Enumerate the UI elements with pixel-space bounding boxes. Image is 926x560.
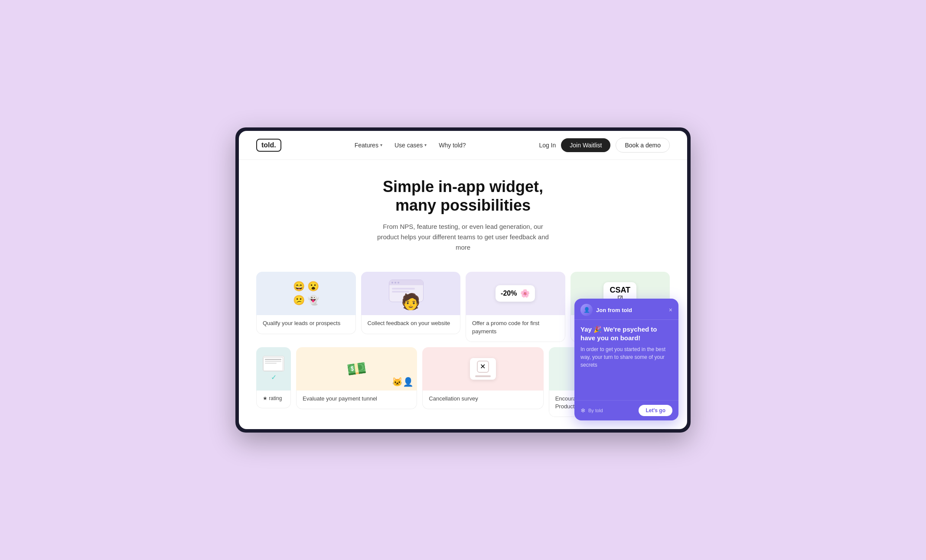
book-demo-button[interactable]: Book a demo	[616, 138, 670, 153]
card-cancellation-survey-label: Cancellation survey	[422, 391, 543, 409]
chevron-down-icon: ▾	[424, 143, 427, 147]
card-collect-feedback-label: Collect feedback on your website	[361, 315, 461, 334]
nav-actions: Log In Join Waitlist Book a demo	[539, 138, 670, 153]
emoji-faces: 😄😮 😕👻	[284, 272, 328, 315]
chat-popup: 👤 Jon from told × Yay 🎉 We're psyched to…	[574, 299, 678, 420]
chat-agent-name: Jon from told	[596, 307, 632, 313]
snowflake-icon: ❄	[580, 407, 586, 414]
chat-body: Yay 🎉 We're psyched to have you on board…	[574, 320, 678, 400]
card-qualify-leads[interactable]: 😄😮 😕👻 Qualify your leads or prospects	[256, 272, 356, 342]
checkmark-icon: ✓	[271, 373, 277, 381]
hero-subtitle: From NPS, feature testing, or even lead …	[372, 221, 554, 253]
device-frame: told. Features ▾ Use cases ▾ Why told? L…	[235, 127, 691, 433]
card-cancellation-survey[interactable]: ✕ Cancellation survey	[422, 347, 543, 417]
nav-why-told[interactable]: Why told?	[439, 142, 466, 149]
flower-icon: 🌸	[520, 289, 530, 298]
card-promo-code-image: -20% 🌸	[466, 272, 565, 315]
navbar: told. Features ▾ Use cases ▾ Why told? L…	[239, 131, 687, 160]
chat-footer: ❄ By told Let's go	[574, 400, 678, 420]
chat-greeting: Yay 🎉 We're psyched to have you on board…	[580, 325, 672, 342]
browser-dot	[395, 282, 396, 283]
nav-features[interactable]: Features ▾	[355, 142, 382, 149]
browser-window: told. Features ▾ Use cases ▾ Why told? L…	[239, 131, 687, 429]
chat-avatar: 👤	[580, 304, 593, 316]
card-payment-tunnel[interactable]: 💵 🐱‍👤 Evaluate your payment tunnel	[296, 347, 417, 417]
card-star-rating-image: ✓	[256, 347, 291, 391]
ninja-icon: 🐱‍👤	[392, 377, 414, 387]
chat-header-left: 👤 Jon from told	[580, 304, 632, 316]
close-icon[interactable]: ×	[669, 307, 672, 313]
cancel-card-mockup: ✕	[470, 358, 496, 380]
card-collect-feedback[interactable]: 🧑 Collect feedback on your website	[361, 272, 461, 342]
card-payment-tunnel-label: Evaluate your payment tunnel	[296, 391, 417, 409]
card-promo-code[interactable]: -20% 🌸 Offer a promo code for first paym…	[466, 272, 565, 342]
lets-go-button[interactable]: Let's go	[639, 405, 672, 416]
chat-header: 👤 Jon from told ×	[574, 299, 678, 320]
login-button[interactable]: Log In	[539, 142, 556, 149]
nav-use-cases[interactable]: Use cases ▾	[395, 142, 427, 149]
card-promo-code-label: Offer a promo code for first payments	[466, 315, 565, 342]
logo-text: told.	[256, 139, 281, 152]
browser-dot	[391, 282, 393, 283]
chat-description: In order to get you started in the best …	[580, 345, 672, 369]
card-star-rating-label: ★ rating	[256, 391, 291, 409]
card-cancellation-survey-image: ✕	[422, 347, 543, 391]
promo-badge: -20% 🌸	[496, 285, 535, 302]
hero-section: Simple in-app widget, many possibilities…	[239, 160, 687, 261]
card-star-rating[interactable]: ✓ ★ rating	[256, 347, 291, 417]
logo[interactable]: told.	[256, 139, 281, 152]
card-qualify-leads-label: Qualify your leads or prospects	[256, 315, 356, 334]
chat-branding: ❄ By told	[580, 407, 603, 414]
money-icon: 💵	[346, 358, 367, 379]
nav-links: Features ▾ Use cases ▾ Why told?	[355, 142, 466, 149]
promo-text: -20%	[501, 290, 517, 297]
card-payment-tunnel-image: 💵 🐱‍👤	[296, 347, 417, 391]
join-waitlist-button[interactable]: Join Waitlist	[561, 138, 610, 152]
browser-dot	[398, 282, 399, 283]
card-qualify-leads-image: 😄😮 😕👻	[256, 272, 356, 315]
hero-title: Simple in-app widget, many possibilities	[248, 177, 678, 215]
card-collect-feedback-image: 🧑	[361, 272, 461, 315]
chevron-down-icon: ▾	[380, 143, 382, 147]
